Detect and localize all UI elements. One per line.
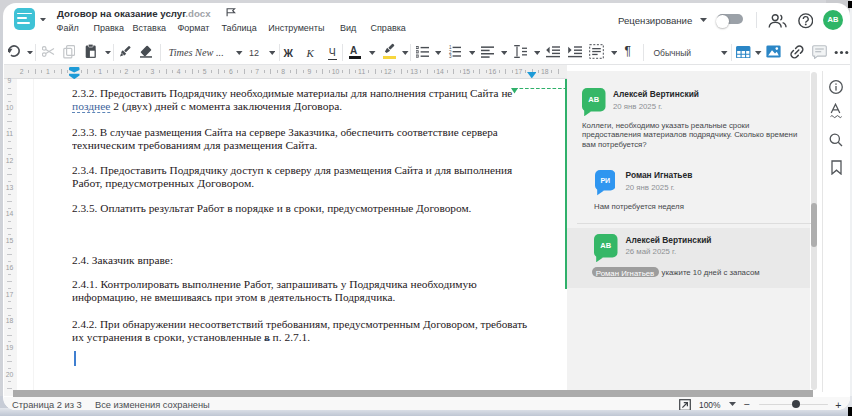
svg-text:АВ: АВ [600, 241, 611, 250]
svg-text:РИ: РИ [600, 177, 610, 184]
svg-text:АВ: АВ [588, 95, 599, 104]
svg-text:3: 3 [449, 54, 452, 58]
